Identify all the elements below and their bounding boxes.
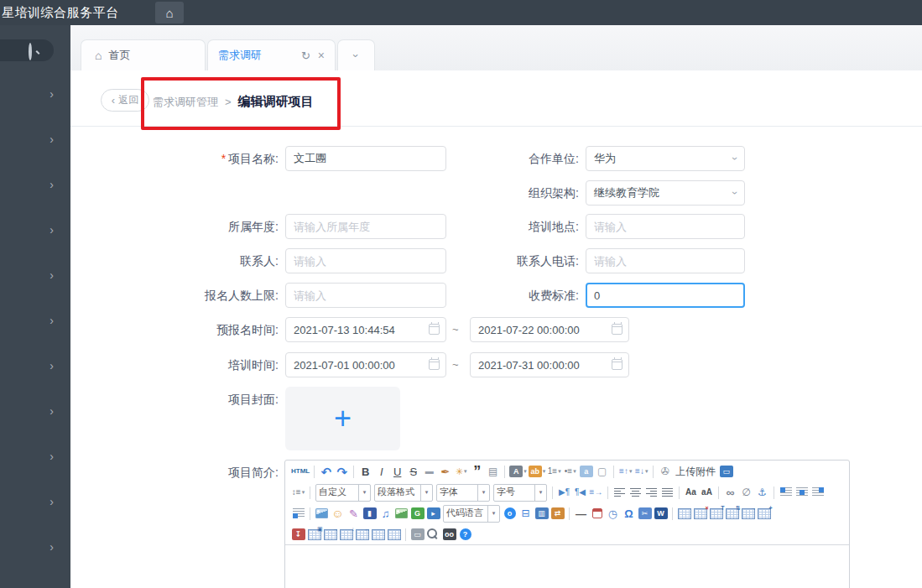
align-justify-icon[interactable] <box>660 485 675 500</box>
sidebar-search[interactable] <box>0 39 54 61</box>
pre-enroll-end-input[interactable] <box>470 317 629 342</box>
insert-row-icon[interactable]: → <box>323 527 337 542</box>
split-cells-icon[interactable]: ↔ <box>355 527 369 542</box>
delete-table-icon[interactable]: × <box>693 506 707 521</box>
table-sort-icon[interactable]: ⇅ <box>725 506 739 521</box>
chevron-down-icon[interactable]: ▾ <box>487 506 499 522</box>
highlight-color-icon[interactable]: ab▾ <box>529 464 546 479</box>
contact-phone-input[interactable] <box>586 248 745 273</box>
org-select[interactable]: 继续教育学院 › <box>586 180 745 206</box>
image-align-bottom-icon[interactable] <box>291 506 305 521</box>
special-chars-icon[interactable]: Ω <box>622 506 636 521</box>
insert-time-icon[interactable]: ◷ <box>606 506 620 521</box>
anchor-icon[interactable]: ⚓ <box>755 485 769 500</box>
collapsed-menu-9[interactable]: › <box>0 434 70 479</box>
custom-title-select[interactable]: 自定义▾ <box>315 484 371 502</box>
location-input[interactable] <box>586 214 745 239</box>
collapsed-menu-11[interactable]: › <box>0 524 70 570</box>
font-family-select[interactable]: 字体▾ <box>436 484 490 502</box>
remove-format-icon[interactable]: ▬ <box>422 464 436 479</box>
collapsed-menu-2[interactable]: › <box>0 117 70 162</box>
paragraph-spacing-after-icon[interactable]: ≡↓▾ <box>634 464 649 479</box>
paste-filter-icon[interactable]: ▤ <box>486 464 500 479</box>
image-align-right-icon[interactable] <box>810 485 825 500</box>
to-uppercase-icon[interactable]: Aa <box>684 485 698 500</box>
collapsed-menu-5[interactable]: › <box>0 252 70 298</box>
chevron-down-icon[interactable]: ▾ <box>477 485 489 501</box>
tab-demand-survey[interactable]: 需求调研 ↻ × <box>207 39 336 70</box>
calendar-icon[interactable] <box>429 324 440 335</box>
blockquote-icon[interactable]: ” <box>470 464 484 479</box>
back-button[interactable]: ‹ 返回 <box>101 89 149 112</box>
cover-upload-button[interactable]: + <box>285 387 400 450</box>
calendar-icon[interactable] <box>429 359 440 370</box>
collapsed-menu-10[interactable]: › <box>0 479 70 524</box>
indent-icon[interactable]: ≡→ <box>589 485 603 500</box>
project-name-input[interactable] <box>285 146 446 171</box>
print-icon[interactable]: ▭ <box>410 527 425 542</box>
scrawl-icon[interactable]: ✎ <box>346 506 361 521</box>
image-manager-icon[interactable] <box>394 506 409 521</box>
collapsed-menu-6[interactable]: › <box>0 298 70 343</box>
ordered-list-icon[interactable]: 1≡▾ <box>547 464 561 479</box>
calendar-icon[interactable] <box>612 324 622 335</box>
code-language-select[interactable]: 代码语言▾ <box>443 505 500 523</box>
tab-list-dropdown[interactable]: › <box>337 39 375 70</box>
home-button[interactable]: ⌂ <box>155 2 184 23</box>
collapsed-menu-3[interactable]: › <box>0 162 70 207</box>
image-transfer-icon[interactable]: ⇄ <box>550 506 565 521</box>
insert-date-icon[interactable] <box>590 506 604 521</box>
training-end-input[interactable] <box>470 352 629 377</box>
enroll-limit-input[interactable] <box>285 283 446 308</box>
fullscreen-icon[interactable]: ▭ <box>719 464 733 479</box>
delete-column-icon[interactable]: ↧ <box>291 527 305 542</box>
align-right-icon[interactable] <box>644 485 659 500</box>
strikethrough-icon[interactable]: S <box>406 464 420 479</box>
template-icon[interactable]: ▥ <box>534 506 549 521</box>
insert-flash-icon[interactable]: G <box>410 506 425 521</box>
italic-icon[interactable]: I <box>374 464 388 479</box>
collapsed-menu-1[interactable]: › <box>0 71 70 117</box>
split-to-rows-icon[interactable] <box>371 527 385 542</box>
collapsed-menu-8[interactable]: › <box>0 388 70 434</box>
insert-col-icon[interactable]: ↓ <box>339 527 353 542</box>
collapsed-menu-7[interactable]: › <box>0 343 70 388</box>
merge-cells-icon[interactable]: ▣ <box>307 527 321 542</box>
table-title-icon[interactable]: T <box>709 506 723 521</box>
insert-music-icon[interactable]: ♫ <box>378 506 393 521</box>
link-icon[interactable]: ∞ <box>723 485 737 500</box>
chevron-down-icon[interactable]: ▾ <box>420 485 432 501</box>
chevron-down-icon[interactable]: ▾ <box>358 485 370 501</box>
word-image-icon[interactable]: W <box>654 506 668 521</box>
pre-enroll-start-input[interactable] <box>285 317 446 342</box>
calendar-icon[interactable] <box>612 359 622 370</box>
find-replace-icon[interactable]: oo <box>442 527 456 542</box>
unlink-icon[interactable]: ∅ <box>739 485 753 500</box>
fee-input[interactable] <box>586 283 745 308</box>
format-painter-icon[interactable]: ✳▾ <box>454 464 468 479</box>
to-lowercase-icon[interactable]: aA <box>700 485 714 500</box>
insert-video-icon[interactable]: ▮ <box>362 506 377 521</box>
source-code-icon[interactable]: HTML <box>291 464 310 479</box>
collapsed-menu-4[interactable]: › <box>0 207 70 252</box>
page-break-icon[interactable]: ⊟ <box>518 506 533 521</box>
undo-icon[interactable]: ↶ <box>319 464 333 479</box>
align-left-icon[interactable] <box>612 485 627 500</box>
training-start-input[interactable] <box>285 352 446 377</box>
rtl-paragraph-icon[interactable]: ¶◀ <box>573 485 587 500</box>
attachment-icon[interactable]: ✇ <box>658 464 672 479</box>
close-icon[interactable]: × <box>318 49 325 62</box>
insert-image-icon[interactable] <box>315 506 329 521</box>
contact-input[interactable] <box>285 248 446 273</box>
font-size-select[interactable]: 字号▾ <box>493 484 547 502</box>
align-center-icon[interactable] <box>628 485 643 500</box>
blank-doc-icon[interactable]: ▢ <box>595 464 609 479</box>
insert-media-icon[interactable]: ▸ <box>426 506 440 521</box>
paragraph-spacing-before-icon[interactable]: ≡↑▾ <box>618 464 633 479</box>
image-align-left-icon[interactable] <box>779 485 793 500</box>
font-color-icon[interactable]: A▾ <box>509 464 527 479</box>
help-icon[interactable]: ? <box>458 527 472 542</box>
preview-icon[interactable] <box>426 527 440 542</box>
year-input[interactable] <box>285 214 446 239</box>
editor-content[interactable] <box>285 544 849 588</box>
